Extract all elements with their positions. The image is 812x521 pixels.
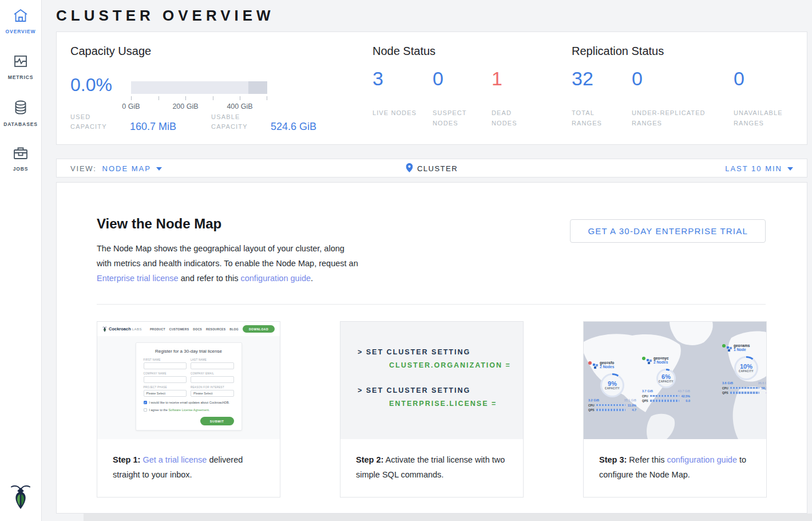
node-icon xyxy=(647,356,652,366)
get-trial-license-link[interactable]: Get a trial license xyxy=(142,455,207,464)
step2-card: > SET CLUSTER SETTING CLUSTER.ORGANIZATI… xyxy=(340,321,524,498)
mini-download-button: DOWNLOAD xyxy=(243,325,275,333)
mini-nav-customers: CUSTOMERS xyxy=(169,327,189,331)
step2-sql-snippet: > SET CLUSTER SETTING CLUSTER.ORGANIZATI… xyxy=(340,322,523,439)
map-node-nyc: geo=nyc2 Nodes 6%CAPACITY 3.7 GiB43.7 Gi… xyxy=(642,356,690,402)
mini-nav-blog: BLOG xyxy=(229,327,239,331)
node-status-title: Node Status xyxy=(373,45,435,58)
page-bottom-strip xyxy=(84,514,812,521)
under-replicated-value: 0 xyxy=(632,68,643,90)
configuration-guide-link[interactable]: configuration guide xyxy=(667,455,737,464)
usable-capacity-value: 524.6 GiB xyxy=(271,121,316,133)
divider xyxy=(97,304,766,305)
dead-nodes-stat: 1 DEAD NODES xyxy=(492,68,502,90)
node-status-dot xyxy=(722,344,726,348)
suspect-nodes-label: SUSPECT NODES xyxy=(433,108,478,128)
enterprise-trial-button[interactable]: GET A 30-DAY ENTERPRISE TRIAL xyxy=(570,219,766,243)
total-ranges-label: TOTAL RANGES xyxy=(572,108,617,128)
cluster-summary-panel: Capacity Usage 0.0% 0 GiB 200 GiB 400 Gi… xyxy=(56,31,807,145)
mini-registration-form: Register for a 30-day trial license FIRS… xyxy=(136,342,242,431)
under-replicated-label: UNDER-REPLICATED RANGES xyxy=(632,108,723,128)
capacity-percent: 0.0% xyxy=(70,74,112,96)
mini-nav-product: PRODUCT xyxy=(150,327,165,331)
view-bar: VIEW: NODE MAP CLUSTER LAST 10 MIN xyxy=(56,159,807,177)
axis-label-200: 200 GiB xyxy=(168,102,203,110)
sidebar-item-label: JOBS xyxy=(13,166,29,172)
database-icon xyxy=(13,100,28,118)
cockroach-labs-logo: Cockroach LABS xyxy=(102,326,142,332)
mini-last-name-input xyxy=(191,362,234,369)
sql-prompt-2: > SET CLUSTER SETTING xyxy=(358,386,523,394)
map-node-ams: geo=ams1 Node 10%CAPACITY 3.6 GiB36.6 Gi… xyxy=(722,344,766,394)
step1-caption: Step 1: Get a trial license delivered st… xyxy=(97,439,280,482)
live-nodes-value: 3 xyxy=(373,68,383,90)
page-title: CLUSTER OVERVIEW xyxy=(56,7,275,25)
dead-nodes-label: DEAD NODES xyxy=(492,108,537,128)
capacity-bar xyxy=(131,81,267,94)
enterprise-trial-license-link[interactable]: Enterprise trial license xyxy=(97,274,179,283)
suspect-nodes-value: 0 xyxy=(433,68,443,90)
configuration-guide-link[interactable]: configuration guide xyxy=(240,274,311,283)
capacity-gauge: 9%CAPACITY xyxy=(600,373,624,397)
pin-icon xyxy=(406,163,413,174)
total-ranges-stat: 32 TOTAL RANGES xyxy=(572,68,593,90)
step3-card: geo=sfo2 Nodes 9%CAPACITY 3.2 GiB35.1 Gi… xyxy=(583,321,767,498)
mini-reason-select: Please Select xyxy=(191,390,234,397)
view-dropdown[interactable]: NODE MAP xyxy=(102,164,151,173)
time-range-dropdown[interactable]: LAST 10 MIN xyxy=(725,159,793,178)
total-ranges-value: 32 xyxy=(572,68,593,90)
sidebar-item-label: DATABASES xyxy=(3,121,38,127)
step3-node-map-preview: geo=sfo2 Nodes 9%CAPACITY 3.2 GiB35.1 Gi… xyxy=(584,322,766,439)
unavailable-ranges-value: 0 xyxy=(734,68,744,90)
sidebar-item-metrics[interactable]: METRICS xyxy=(0,46,41,92)
mini-nav-resources: RESOURCES xyxy=(206,327,225,331)
chevron-down-icon xyxy=(787,167,793,171)
cockroachdb-logo-icon xyxy=(9,483,32,512)
capacity-gauge: 10%CAPACITY xyxy=(734,356,758,380)
mini-nav-docs: DOCS xyxy=(193,327,202,331)
suspect-nodes-stat: 0 SUSPECT NODES xyxy=(433,68,443,90)
sidebar: OVERVIEW METRICS DATABASES xyxy=(0,0,42,521)
node-icon xyxy=(727,344,732,354)
capacity-axis-ticks xyxy=(131,96,267,100)
capacity-gauge: 6%CAPACITY xyxy=(656,369,676,388)
used-capacity-label: USED CAPACITY xyxy=(70,112,120,132)
unavailable-ranges-stat: 0 UNAVAILABLE RANGES xyxy=(734,68,744,90)
dead-nodes-value: 1 xyxy=(492,68,502,90)
sql-prompt-1: > SET CLUSTER SETTING xyxy=(358,348,523,356)
chevron-down-icon[interactable] xyxy=(156,167,162,171)
usable-capacity-label: USABLE CAPACITY xyxy=(211,112,260,132)
node-status-dot xyxy=(642,357,645,360)
mini-first-name-input xyxy=(144,362,187,369)
capacity-bar-reserved-segment xyxy=(248,81,267,94)
sidebar-item-databases[interactable]: DATABASES xyxy=(0,92,41,137)
sidebar-item-label: METRICS xyxy=(8,74,34,80)
step2-caption: Step 2: Activate the trial license with … xyxy=(340,439,523,482)
node-map-panel: View the Node Map The Node Map shows the… xyxy=(56,182,807,514)
mini-checkbox-unchecked xyxy=(144,408,147,412)
sidebar-item-label: OVERVIEW xyxy=(6,29,36,34)
under-replicated-stat: 0 UNDER-REPLICATED RANGES xyxy=(632,68,643,90)
mini-project-phase-select: Please Select xyxy=(144,390,187,397)
node-icon xyxy=(593,361,598,371)
metrics-icon xyxy=(13,54,28,71)
mini-form-title: Register for a 30-day trial license xyxy=(144,349,234,354)
steps-row: Cockroach LABS PRODUCT CUSTOMERS DOCS RE… xyxy=(97,321,767,498)
mini-checkbox-checked: ✓ xyxy=(144,401,147,404)
sql-setting-2: ENTERPRISE.LICENSE = xyxy=(389,400,523,408)
breadcrumb: CLUSTER xyxy=(417,164,458,173)
live-nodes-label: LIVE NODES xyxy=(373,108,418,118)
sidebar-item-jobs[interactable]: JOBS xyxy=(0,137,41,183)
node-status-dot xyxy=(588,361,592,365)
sidebar-item-overview[interactable]: OVERVIEW xyxy=(0,0,41,46)
step1-card: Cockroach LABS PRODUCT CUSTOMERS DOCS RE… xyxy=(97,321,280,498)
map-node-sfo: geo=sfo2 Nodes 9%CAPACITY 3.2 GiB35.1 Gi… xyxy=(588,361,636,412)
view-label: VIEW: xyxy=(70,164,97,173)
axis-label-400: 400 GiB xyxy=(223,102,257,110)
capacity-usage-title: Capacity Usage xyxy=(70,45,151,58)
sql-setting-1: CLUSTER.ORGANIZATION = xyxy=(389,361,523,369)
home-icon xyxy=(13,8,29,25)
mini-submit-button: SUBMIT xyxy=(200,417,234,425)
node-map-heading: View the Node Map xyxy=(97,216,221,232)
axis-label-0: 0 GiB xyxy=(114,102,148,110)
